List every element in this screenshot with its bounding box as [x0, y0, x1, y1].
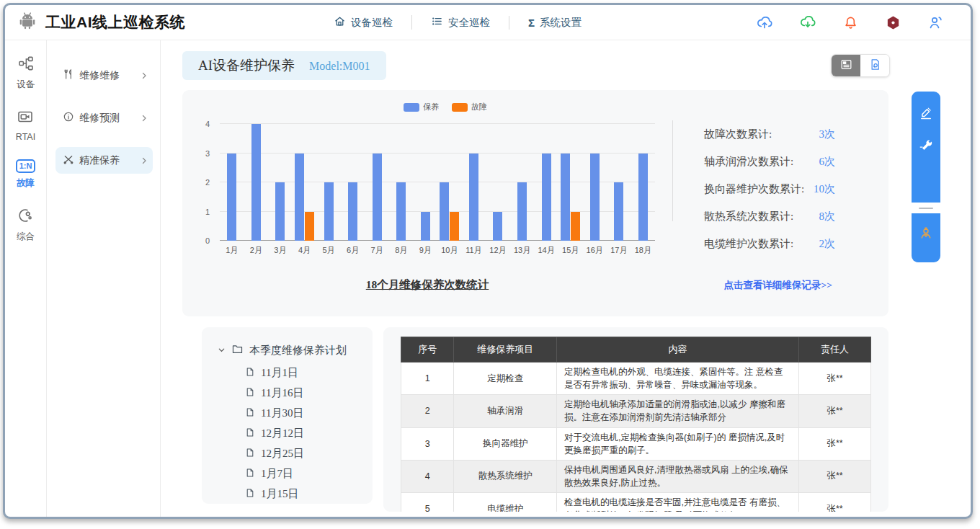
maintenance-icon[interactable] [918, 138, 934, 154]
bar-保养-17月 [614, 182, 623, 241]
side-toolbar [912, 92, 940, 262]
menu-item-precision-maintenance[interactable]: 精准保养 [55, 147, 153, 174]
bar-group-13月: 13月 [510, 124, 535, 241]
bar-group-17月: 17月 [607, 124, 631, 241]
tree-item-date[interactable]: 11月1日 [245, 366, 373, 380]
tree-item-date[interactable]: 11月30日 [245, 406, 373, 420]
bar-保养-7月 [373, 154, 382, 241]
brand: 工业AI线上巡检系统 [18, 12, 185, 33]
title-row: AI设备维护保养 Model:M001 [182, 51, 971, 80]
stat-value: 10次 [814, 182, 835, 196]
view-switch [831, 54, 890, 77]
report-view-button[interactable] [832, 55, 860, 76]
tree-root[interactable]: 本季度维修保养计划 [218, 343, 373, 358]
y-axis-tick: 0 [205, 236, 210, 245]
video-camera-icon [17, 108, 34, 128]
bar-group-16月: 16月 [582, 124, 607, 241]
chevron-right-icon [140, 71, 148, 80]
menu-item-prediction[interactable]: 维修预测 [55, 105, 153, 131]
caret-down-icon[interactable] [218, 344, 226, 357]
y-axis-tick: 3 [205, 149, 210, 158]
table-row[interactable]: 3 换向器维护 对于交流电机,定期检查换向器(如刷子)的 磨损情况,及时更换磨损… [401, 427, 871, 460]
rail-item-devices[interactable]: 设备 [17, 55, 35, 91]
bar-保养-11月 [469, 154, 478, 241]
info-icon [63, 111, 74, 125]
tree-item-date[interactable]: 1月15日 [245, 487, 373, 501]
bar-group-11月: 11月 [462, 124, 486, 241]
legend-item-fault[interactable]: 故障 [452, 102, 487, 112]
table-row[interactable]: 5 电缆维护 检查电机的电缆连接是否牢固,并注意电缆是否 有磨损、老化或断裂等。… [401, 493, 871, 512]
android-logo-icon [18, 12, 37, 33]
file-icon [245, 488, 255, 501]
top-nav: 设备巡检 安全巡检 Σ 系统设置 [315, 15, 600, 30]
precision-icon [63, 154, 74, 167]
bar-group-10月: 10月 [437, 124, 462, 241]
table-row[interactable]: 4 散热系统维护 保持电机周围通风良好,清理散热器或风扇 上的尘埃,确保散热效果… [401, 460, 871, 492]
worker-icon[interactable] [918, 225, 934, 241]
legend-item-maintenance[interactable]: 保养 [404, 102, 439, 112]
file-icon [245, 468, 255, 481]
file-icon [245, 407, 255, 420]
export-view-button[interactable] [860, 55, 889, 76]
bar-保养-14月 [542, 154, 551, 241]
detail-records-link[interactable]: 点击查看详细维保记录>> [672, 279, 888, 292]
chart-card: 保养 故障 012341月2月3月4月5月6月7月8月9月10月11月12月13… [182, 90, 888, 316]
stat-label: 故障次数累计: [704, 128, 772, 141]
nav-item-safety-inspection[interactable]: 安全巡检 [411, 15, 509, 30]
users-icon[interactable] [927, 14, 945, 31]
bar-保养-15月 [561, 154, 570, 241]
gears-icon [17, 207, 35, 226]
y-axis-tick: 4 [205, 120, 210, 128]
table-header-row: 序号 维修保养项目 内容 责任人 [401, 337, 871, 363]
maintenance-table: 序号 维修保养项目 内容 责任人 1 定期检查 定期检查电机的外观、电缆连接、紧… [401, 337, 871, 512]
bar-保养-6月 [348, 182, 357, 241]
table-row[interactable]: 1 定期检查 定期检查电机的外观、电缆连接、紧固件等。注 意检查是否有异常振动、… [401, 363, 871, 395]
table-row[interactable]: 2 轴承润滑 定期给电机轴承添加适量的润滑脂或油,以减少 摩擦和磨损。注意在添加… [401, 395, 871, 427]
submenu: 维修维修 维修预测 [47, 40, 161, 517]
cloud-upload-icon[interactable] [756, 14, 773, 31]
bell-icon[interactable] [842, 14, 859, 31]
bar-保养-16月 [590, 154, 600, 241]
tools-icon [63, 68, 74, 82]
topology-icon [17, 55, 35, 74]
one-to-n-icon: 1:N [16, 159, 36, 173]
bar-保养-12月 [493, 212, 502, 241]
bar-保养-8月 [396, 182, 406, 241]
hex-shield-icon[interactable] [885, 14, 901, 31]
legend-swatch-maintenance [404, 103, 419, 112]
bar-group-6月: 6月 [341, 124, 365, 241]
nav-item-system-settings[interactable]: Σ 系统设置 [509, 16, 600, 30]
y-axis-tick: 2 [205, 178, 210, 187]
rail-item-comprehensive[interactable]: 综合 [17, 207, 35, 243]
edit-icon[interactable] [919, 106, 933, 120]
tree-root-label: 本季度维修保养计划 [249, 344, 347, 357]
bar-保养-13月 [517, 182, 527, 241]
y-axis-tick: 1 [205, 208, 210, 216]
bar-保养-9月 [421, 212, 430, 241]
tree-item-date[interactable]: 1月7日 [245, 467, 373, 481]
file-icon [245, 387, 255, 400]
bar-故障-4月 [305, 212, 314, 241]
bar-group-5月: 5月 [316, 124, 341, 241]
rail-item-rtai[interactable]: RTAI [16, 108, 35, 142]
bar-group-9月: 9月 [414, 124, 438, 241]
bar-group-14月: 14月 [534, 124, 558, 241]
rail-item-faults[interactable]: 1:N 故障 [16, 159, 36, 190]
drag-handle[interactable] [912, 203, 940, 213]
app-window: 工业AI线上巡检系统 设备巡检 安全巡检 [3, 3, 973, 519]
cloud-download-icon[interactable] [799, 14, 816, 31]
stat-value: 2次 [819, 237, 836, 251]
menu-item-repair[interactable]: 维修维修 [55, 62, 153, 89]
tree-item-date[interactable]: 12月25日 [245, 447, 373, 461]
tree-item-date[interactable]: 12月12日 [245, 427, 373, 440]
bottom-row: 本季度维修保养计划 11月1日 11月16日 11月 [202, 327, 971, 512]
stat-label: 电缆维护次数累计: [704, 237, 793, 251]
nav-item-device-inspection[interactable]: 设备巡检 [315, 15, 411, 30]
bar-group-1月: 1月 [220, 124, 244, 241]
file-icon [245, 367, 255, 380]
bar-group-4月: 4月 [293, 124, 317, 241]
app-title: 工业AI线上巡检系统 [45, 12, 185, 32]
col-header-content: 内容 [556, 337, 798, 363]
bar-group-7月: 7月 [365, 124, 389, 241]
tree-item-date[interactable]: 11月16日 [245, 386, 373, 400]
